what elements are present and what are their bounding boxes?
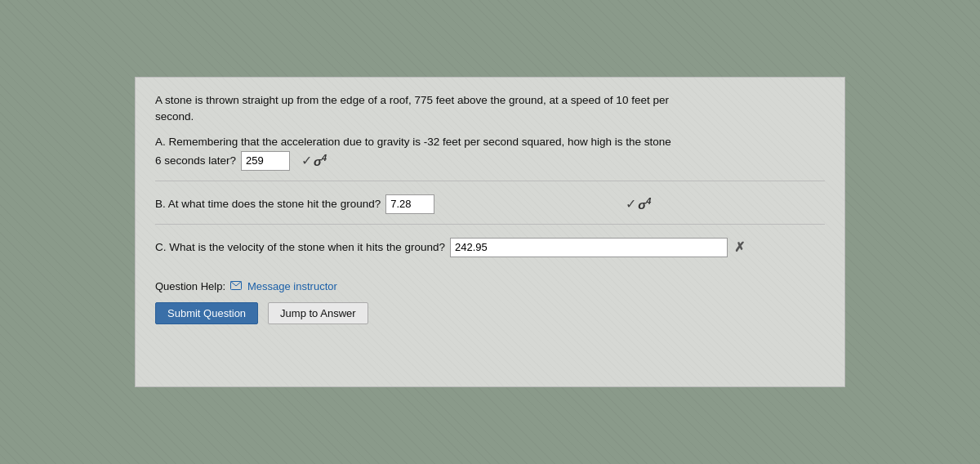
part-b-input[interactable]: [385, 194, 434, 214]
part-a-label: A. Remembering that the acceleration due…: [155, 136, 671, 148]
divider-bc: [155, 224, 825, 225]
part-c-label: C. What is the velocity of the stone whe…: [155, 241, 445, 253]
sigma-b-icon: σ4: [638, 196, 651, 212]
part-a-text: A. Remembering that the acceleration due…: [155, 136, 671, 148]
part-c-section: C. What is the velocity of the stone whe…: [155, 238, 825, 257]
buttons-row: Submit Question Jump to Answer: [155, 302, 825, 324]
x-mark-icon: ✗: [734, 239, 745, 255]
divider-ab: [155, 181, 825, 181]
message-instructor-link[interactable]: Message instructor: [230, 280, 337, 292]
description-line1: A stone is thrown straight up from the e…: [155, 94, 669, 106]
checkmark-icon: ✓: [301, 153, 312, 168]
description-line2: second.: [155, 110, 194, 123]
sigma-b-superscript: 4: [646, 196, 651, 206]
question-help-label: Question Help:: [155, 280, 225, 292]
question-help-row: Question Help: Message instructor: [155, 280, 825, 292]
submit-question-button[interactable]: Submit Question: [155, 302, 258, 324]
jump-to-answer-button[interactable]: Jump to Answer: [268, 302, 368, 324]
email-icon: [230, 280, 242, 292]
part-b-label: B. At what time does the stone hit the g…: [155, 198, 381, 210]
part-b-section: B. At what time does the stone hit the g…: [155, 194, 825, 214]
message-instructor-text: Message instructor: [247, 280, 337, 292]
part-a-label2: 6 seconds later?: [155, 154, 236, 167]
main-panel: A stone is thrown straight up from the e…: [135, 77, 845, 387]
part-a-section: A. Remembering that the acceleration due…: [155, 136, 825, 148]
part-a-check: ✓ σ4: [295, 153, 327, 168]
problem-description: A stone is thrown straight up from the e…: [155, 92, 825, 126]
checkmark-b-icon: ✓: [626, 196, 636, 212]
part-c-input[interactable]: [450, 238, 728, 257]
part-a-input[interactable]: [241, 151, 290, 171]
sigma-superscript: 4: [322, 153, 327, 163]
part-b-check: ✓ σ4: [619, 196, 651, 212]
sigma-icon: σ4: [314, 153, 327, 168]
